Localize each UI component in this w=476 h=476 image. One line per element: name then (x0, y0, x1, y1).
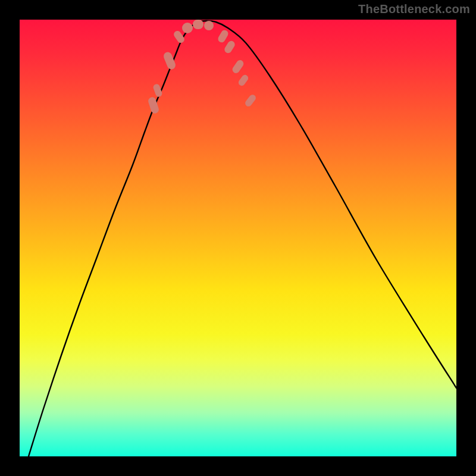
data-marker (182, 23, 193, 33)
data-marker (231, 59, 245, 75)
data-marker (223, 39, 236, 54)
data-marker (162, 51, 177, 70)
data-marker (147, 96, 159, 115)
data-marker (237, 74, 250, 87)
chart-frame: TheBottleneck.com (0, 0, 476, 476)
data-marker (152, 83, 163, 98)
marker-layer (20, 20, 456, 456)
attribution-text: TheBottleneck.com (358, 2, 470, 16)
data-marker (244, 93, 257, 108)
data-marker (193, 20, 203, 29)
data-marker (217, 29, 229, 43)
data-marker (204, 21, 214, 30)
